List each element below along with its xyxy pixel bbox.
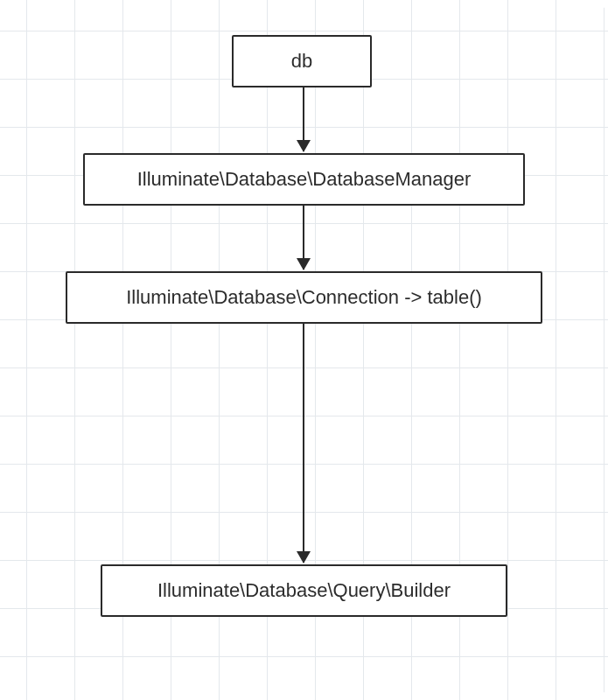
node-label: db [291,50,312,73]
node-query-builder: Illuminate\Database\Query\Builder [101,564,507,617]
arrow-1 [303,88,304,151]
node-connection-table: Illuminate\Database\Connection -> table(… [66,271,542,324]
node-db: db [232,35,372,88]
arrow-3 [303,324,304,563]
arrow-2 [303,206,304,270]
node-label: Illuminate\Database\Query\Builder [157,579,451,602]
node-label: Illuminate\Database\DatabaseManager [137,168,472,191]
node-label: Illuminate\Database\Connection -> table(… [126,286,482,309]
node-database-manager: Illuminate\Database\DatabaseManager [83,153,525,206]
diagram-canvas: db Illuminate\Database\DatabaseManager I… [0,0,608,700]
